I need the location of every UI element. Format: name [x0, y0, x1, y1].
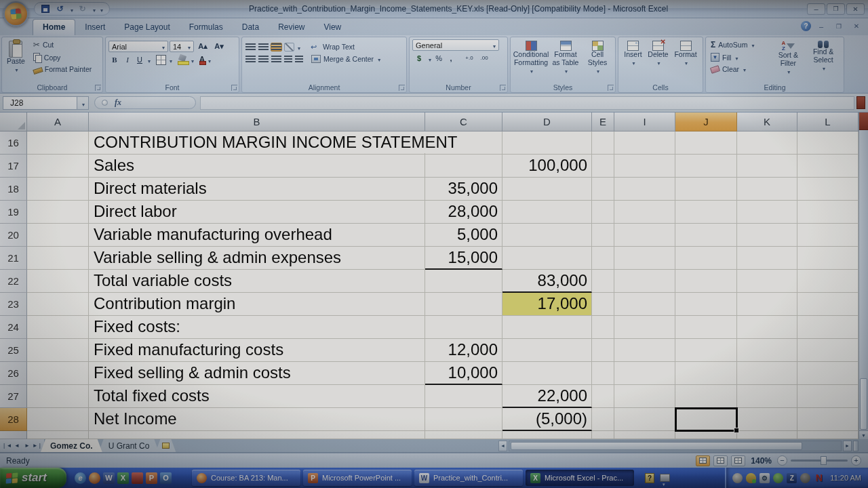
help-icon[interactable]: ?	[801, 21, 811, 31]
tools-icon[interactable]: ⚙	[760, 473, 770, 483]
cell[interactable]	[737, 178, 797, 201]
copy-button[interactable]: Copy	[31, 52, 94, 62]
zonealarm-icon[interactable]: Z	[787, 473, 797, 483]
ie-icon[interactable]: e	[75, 472, 86, 484]
cell-title[interactable]: CONTRIBUTION MARGIN INCOME STATEMENT	[89, 131, 425, 155]
cell[interactable]	[675, 155, 737, 178]
comma-style-button[interactable]: ,	[446, 53, 456, 64]
column-header-j[interactable]: J	[675, 113, 737, 131]
antivirus-icon[interactable]	[773, 473, 783, 483]
delete-cells-button[interactable]: Delete	[646, 39, 670, 82]
format-painter-button[interactable]: Format Painter	[31, 64, 94, 74]
cell[interactable]	[797, 293, 859, 316]
cell-value[interactable]: 12,000	[425, 339, 502, 362]
cell[interactable]	[614, 408, 675, 431]
column-header-b[interactable]: B	[89, 113, 425, 131]
cell[interactable]	[89, 431, 425, 439]
find-select-button[interactable]: Find & Select	[806, 39, 841, 82]
row-header[interactable]: 16	[0, 131, 27, 155]
column-header-i[interactable]: I	[614, 113, 675, 131]
orientation-button[interactable]	[283, 42, 295, 52]
cell[interactable]	[797, 178, 859, 201]
cell[interactable]	[614, 339, 675, 362]
cell[interactable]	[797, 270, 859, 293]
zoom-out-button[interactable]: −	[777, 455, 787, 466]
row-header[interactable]: 20	[0, 224, 27, 247]
zoom-slider-thumb[interactable]	[821, 456, 827, 465]
cell[interactable]	[797, 362, 859, 385]
shrink-font-button[interactable]: A▾	[212, 41, 226, 52]
undo-button[interactable]	[54, 4, 66, 14]
cell-value[interactable]: 100,000	[502, 155, 592, 178]
increase-indent-button[interactable]	[294, 55, 304, 64]
close-button[interactable]	[846, 3, 865, 15]
prev-sheet-icon[interactable]: ◄	[12, 441, 22, 451]
task-firefox-course[interactable]: Course: BA 213: Man...	[192, 470, 300, 486]
cell[interactable]	[737, 408, 797, 431]
cell[interactable]	[737, 270, 797, 293]
align-top-button[interactable]	[245, 43, 256, 52]
cell[interactable]	[502, 316, 592, 339]
cell[interactable]	[675, 201, 737, 224]
cell[interactable]	[614, 131, 675, 155]
cell-label[interactable]: Variable selling & admin expenses	[89, 247, 425, 270]
align-middle-button[interactable]	[258, 43, 269, 52]
cell[interactable]	[592, 293, 614, 316]
cell-label[interactable]: Variable manufacturing overhead	[89, 224, 425, 247]
tab-home[interactable]: Home	[33, 19, 75, 35]
cell[interactable]	[592, 431, 614, 439]
align-bottom-button[interactable]	[271, 43, 282, 52]
row-header[interactable]: 23	[0, 293, 27, 316]
cell-value[interactable]: 83,000	[502, 270, 592, 293]
cell[interactable]	[425, 385, 502, 408]
cell[interactable]	[797, 155, 859, 178]
redo-dropdown-icon[interactable]	[92, 3, 96, 15]
cell[interactable]	[737, 155, 797, 178]
row-header[interactable]	[0, 431, 27, 439]
tab-view[interactable]: View	[314, 20, 351, 35]
page-layout-view-button[interactable]	[713, 455, 728, 466]
select-all-corner[interactable]	[0, 113, 27, 131]
task-powerpoint[interactable]: P Microsoft PowerPoint ...	[303, 470, 412, 486]
align-center-button[interactable]	[258, 55, 269, 64]
workbook-close-button[interactable]	[849, 22, 864, 31]
cell[interactable]	[797, 316, 859, 339]
styles-dialog-launcher-icon[interactable]	[608, 85, 614, 91]
cell-value[interactable]: 10,000	[425, 362, 502, 385]
cell[interactable]	[737, 131, 797, 155]
font-color-button[interactable]: A	[199, 54, 205, 66]
vertical-scrollbar[interactable]: ▼	[859, 113, 868, 439]
cut-button[interactable]: Cut	[31, 39, 94, 50]
cell[interactable]	[797, 201, 859, 224]
cell[interactable]	[675, 224, 737, 247]
task-word-practice[interactable]: W Practice_with_Contri...	[414, 470, 523, 486]
conditional-formatting-button[interactable]: Conditional Formatting	[513, 39, 549, 82]
cell[interactable]	[592, 131, 614, 155]
row-header[interactable]: 18	[0, 178, 27, 201]
cell[interactable]	[614, 431, 675, 439]
tab-insert[interactable]: Insert	[75, 20, 115, 35]
cell[interactable]	[27, 270, 89, 293]
cell[interactable]	[797, 247, 859, 270]
cell[interactable]	[737, 201, 797, 224]
scroll-down-icon[interactable]: ▼	[859, 430, 868, 439]
page-break-view-button[interactable]	[731, 455, 745, 466]
cell[interactable]	[737, 293, 797, 316]
restore-button[interactable]	[827, 3, 845, 15]
cell[interactable]	[737, 362, 797, 385]
insert-worksheet-icon[interactable]	[155, 439, 176, 452]
cell-highlighted[interactable]: 17,000	[502, 293, 592, 316]
cell[interactable]	[27, 247, 89, 270]
cell[interactable]	[592, 155, 614, 178]
cell[interactable]	[592, 408, 614, 431]
cell[interactable]	[592, 385, 614, 408]
clear-button[interactable]: Clear	[709, 64, 771, 74]
decrease-decimal-button[interactable]: .00	[477, 53, 491, 64]
minimize-button[interactable]	[807, 3, 825, 15]
cell[interactable]	[614, 385, 675, 408]
format-cells-button[interactable]: Format	[672, 39, 698, 82]
column-header-e[interactable]: E	[592, 113, 614, 131]
excel-icon[interactable]: X	[117, 472, 129, 484]
name-box[interactable]: J28	[3, 96, 77, 110]
cell[interactable]	[797, 131, 859, 155]
